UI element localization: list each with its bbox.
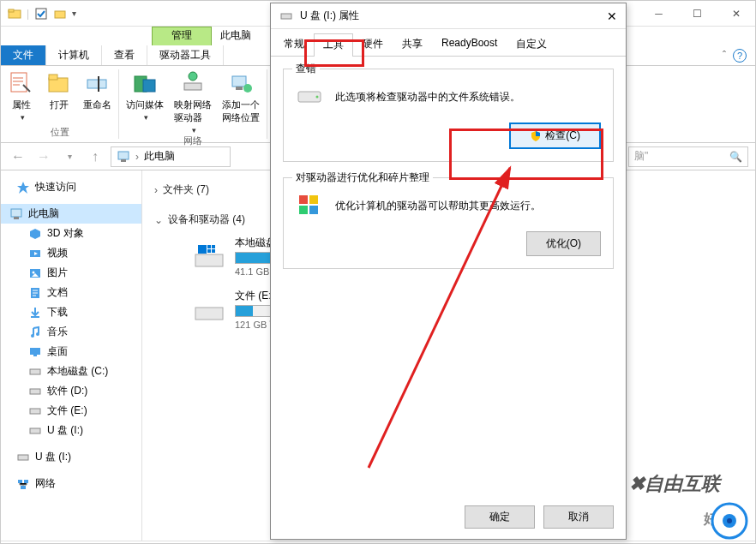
svg-rect-31	[30, 409, 40, 414]
svg-rect-6	[49, 75, 57, 80]
explorer-search[interactable]: 脑" 🔍	[628, 146, 748, 167]
qat-dropdown[interactable]: ▾	[72, 9, 76, 18]
svg-rect-16	[118, 152, 129, 159]
sidebar-item-drive-c[interactable]: 本地磁盘 (C:)	[1, 362, 141, 381]
svg-point-46	[316, 96, 319, 99]
tab-tools[interactable]: 工具	[314, 33, 353, 57]
tab-sharing[interactable]: 共享	[393, 33, 432, 56]
sidebar-item-documents[interactable]: 文档	[1, 283, 141, 302]
tab-file[interactable]: 文件	[1, 45, 46, 65]
folder-small-icon[interactable]	[53, 7, 67, 21]
help-icon[interactable]: ?	[733, 49, 747, 63]
ok-button[interactable]: 确定	[465, 505, 535, 529]
sidebar-item-videos[interactable]: 视频	[1, 243, 141, 263]
tab-view[interactable]: 查看	[102, 45, 147, 65]
svg-rect-32	[30, 428, 40, 433]
sidebar-item-desktop[interactable]: 桌面	[1, 342, 141, 362]
context-title: 此电脑	[212, 27, 260, 45]
history-dropdown[interactable]: ▾	[59, 146, 80, 167]
tab-hardware[interactable]: 硬件	[353, 33, 393, 56]
sidebar-item-music[interactable]: 音乐	[1, 322, 141, 342]
minimize-button[interactable]: ─	[639, 2, 678, 26]
sidebar-item-3d[interactable]: 3D 对象	[1, 224, 141, 243]
sidebar-usb[interactable]: U 盘 (I:)	[1, 447, 141, 467]
svg-rect-35	[24, 480, 28, 483]
group-label-location: 位置	[51, 126, 69, 139]
svg-rect-39	[207, 245, 211, 248]
access-media-button[interactable]: 访问媒体▾	[126, 69, 164, 135]
rename-button[interactable]: 重命名	[83, 69, 111, 122]
search-icon: 🔍	[729, 151, 742, 163]
dialog-buttons: 确定 取消	[465, 505, 614, 529]
sidebar-network[interactable]: 网络	[1, 474, 141, 493]
tab-computer[interactable]: 计算机	[46, 45, 102, 65]
ribbon-collapse-icon[interactable]: ˆ	[723, 50, 726, 62]
svg-rect-13	[232, 76, 246, 87]
svg-rect-41	[207, 249, 211, 253]
svg-point-12	[189, 72, 197, 81]
address-bar[interactable]: › 此电脑	[111, 146, 231, 167]
svg-rect-2	[36, 9, 46, 19]
sidebar-item-drive-i[interactable]: U 盘 (I:)	[1, 421, 141, 440]
group-label-optimize: 对驱动器进行优化和碎片整理	[292, 170, 433, 185]
cancel-button[interactable]: 取消	[543, 505, 614, 529]
up-button[interactable]: ↑	[85, 146, 105, 167]
svg-point-22	[33, 271, 35, 273]
sidebar-item-pictures[interactable]: 图片	[1, 263, 141, 283]
optimize-button[interactable]: 优化(O)	[526, 231, 601, 256]
drive-icon	[296, 83, 323, 111]
tab-readyboost[interactable]: ReadyBoost	[432, 33, 507, 56]
ribbon-group-location: 属性▾ 打开 重命名 位置	[1, 69, 119, 139]
checkbox-icon[interactable]	[34, 7, 48, 21]
error-check-group: 查错 此选项将检查驱动器中的文件系统错误。 检查(C)	[283, 69, 614, 162]
svg-rect-3	[55, 11, 65, 18]
svg-rect-48	[309, 195, 318, 204]
svg-rect-11	[184, 83, 201, 90]
quick-access-toolbar: | ▾	[1, 7, 83, 21]
window-controls: ─ ☐ ✕	[639, 2, 755, 26]
context-tab-manage[interactable]: 管理	[152, 27, 212, 45]
forward-button[interactable]: →	[33, 146, 54, 167]
sidebar-quick-access[interactable]: 快速访问	[1, 177, 141, 197]
add-network-button[interactable]: 添加一个 网络位置	[222, 69, 260, 135]
tab-general[interactable]: 常规	[274, 33, 314, 56]
svg-rect-1	[9, 9, 14, 12]
properties-dialog: U 盘 (I:) 属性 ✕ 常规 工具 硬件 共享 ReadyBoost 自定义…	[270, 3, 627, 540]
svg-point-54	[727, 518, 732, 523]
sidebar-item-downloads[interactable]: 下载	[1, 302, 141, 322]
svg-rect-27	[30, 348, 40, 355]
tab-drive-tools[interactable]: 驱动器工具	[147, 45, 224, 65]
svg-point-25	[31, 334, 34, 338]
dialog-tabs: 常规 工具 硬件 共享 ReadyBoost 自定义	[271, 33, 626, 57]
check-desc: 此选项将检查驱动器中的文件系统错误。	[335, 90, 520, 105]
qat-divider: |	[27, 8, 29, 20]
svg-rect-43	[195, 308, 223, 320]
tab-customize[interactable]: 自定义	[507, 33, 556, 56]
svg-rect-47	[299, 195, 308, 204]
svg-point-15	[243, 84, 252, 93]
svg-rect-4	[11, 73, 27, 92]
open-button[interactable]: 打开	[45, 69, 73, 122]
watermark-eye-icon	[710, 501, 749, 541]
optimize-group: 对驱动器进行优化和碎片整理 优化计算机的驱动器可以帮助其更高效运行。 优化(O)	[283, 177, 614, 269]
status-bar: 11 个项目 选中 1 个项目	[1, 541, 755, 544]
svg-rect-40	[212, 245, 215, 248]
close-button[interactable]: ✕	[717, 2, 755, 26]
sidebar-item-drive-e[interactable]: 文件 (E:)	[1, 401, 141, 421]
properties-button[interactable]: 属性▾	[8, 69, 35, 122]
maximize-button[interactable]: ☐	[678, 2, 717, 26]
shield-icon	[530, 130, 542, 142]
check-button[interactable]: 检查(C)	[509, 123, 601, 149]
map-drive-button[interactable]: 映射网络 驱动器▾	[174, 69, 212, 135]
dialog-title: U 盘 (I:) 属性	[300, 9, 359, 23]
sidebar-item-drive-d[interactable]: 软件 (D:)	[1, 381, 141, 401]
svg-rect-29	[30, 369, 40, 374]
back-button[interactable]: ←	[8, 146, 28, 167]
dialog-close-button[interactable]: ✕	[607, 9, 617, 23]
drive-icon	[192, 296, 226, 325]
svg-rect-37	[195, 254, 223, 266]
folder-icon	[8, 7, 21, 21]
svg-rect-8	[98, 76, 99, 92]
svg-rect-19	[14, 217, 19, 219]
sidebar-this-pc[interactable]: 此电脑	[1, 204, 141, 224]
